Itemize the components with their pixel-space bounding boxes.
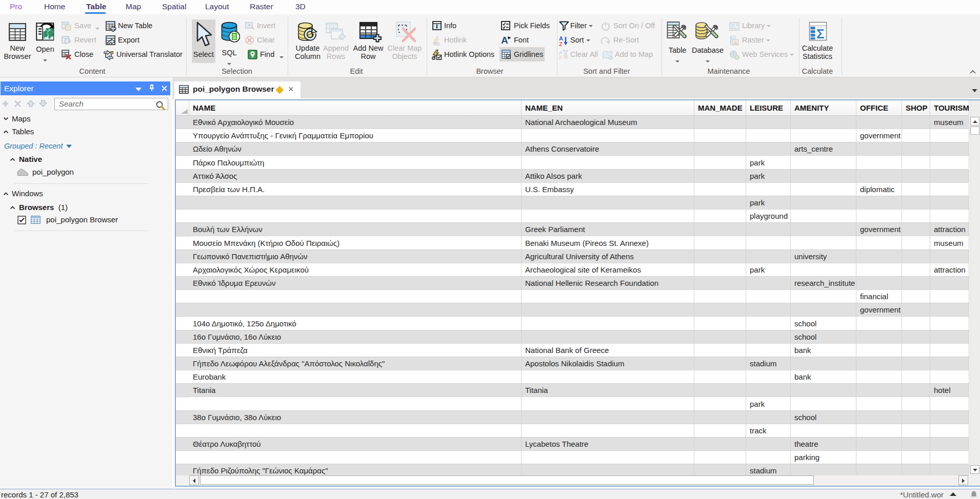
svg-text:Σ: Σ xyxy=(816,26,825,41)
svg-text:Z: Z xyxy=(559,55,562,59)
svg-text:A: A xyxy=(501,35,508,45)
svg-text:A: A xyxy=(559,50,563,55)
svg-text:Z: Z xyxy=(559,41,563,47)
